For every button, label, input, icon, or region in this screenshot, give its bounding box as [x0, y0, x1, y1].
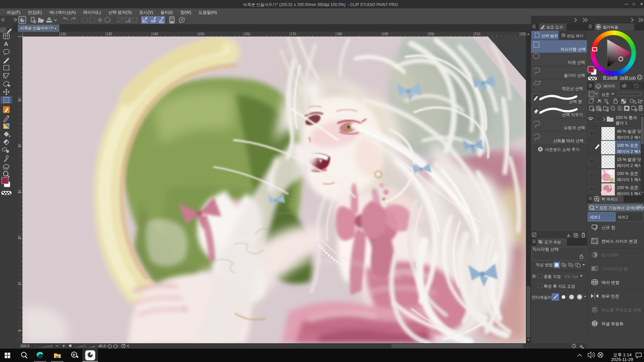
- svg-text:20: 20: [18, 236, 21, 240]
- svg-text:130.: 130.: [106, 32, 113, 36]
- svg-text:직사각형 선택: 직사각형 선택: [532, 247, 558, 252]
- svg-text:오후 1:14: 오후 1:14: [613, 352, 632, 357]
- svg-text:100 % 표준: 100 % 표준: [617, 171, 638, 176]
- svg-text:170.: 170.: [290, 32, 297, 36]
- svg-text:0: 0: [18, 329, 21, 331]
- svg-text:모든 기능에서 검색(예: 변형: 모든 기능에서 검색(예: 변형: [599, 205, 644, 210]
- svg-text:50: 50: [18, 98, 21, 102]
- svg-text:선택 범위: 선택 범위: [541, 34, 558, 38]
- svg-text:픽셀 유동화: 픽셀 유동화: [601, 321, 624, 326]
- svg-text:10: 10: [18, 282, 21, 286]
- svg-text:100.0: 100.0: [20, 344, 30, 348]
- svg-text:밝기/대비: 밝기/대비: [601, 253, 619, 257]
- svg-text:작성 방법: 작성 방법: [536, 262, 553, 267]
- svg-text:표준: 표준: [601, 92, 609, 97]
- svg-text:H: H: [604, 76, 606, 80]
- svg-text:100 % 표준: 100 % 표준: [617, 185, 638, 190]
- svg-text:150.: 150.: [199, 32, 205, 36]
- svg-text:선택 펜: 선택 펜: [569, 99, 582, 104]
- svg-text:레이어 1 복사 2: 레이어 1 복사 2: [617, 191, 644, 195]
- svg-text:세트1: 세트1: [590, 215, 600, 220]
- svg-text:폴더 1: 폴더 1: [615, 121, 627, 125]
- svg-text:?: ?: [181, 18, 183, 22]
- svg-text:28: 28: [620, 76, 624, 81]
- svg-text:레이어 2 복사 3: 레이어 2 복사 3: [617, 163, 644, 168]
- svg-text:세트2: 세트2: [618, 215, 628, 220]
- svg-text:선택 지우기: 선택 지우기: [562, 112, 583, 117]
- svg-text:타원 선택: 타원 선택: [568, 60, 585, 65]
- svg-text:140.: 140.: [152, 32, 159, 36]
- svg-text:190.: 190.: [382, 32, 389, 36]
- svg-text:40: 40: [18, 144, 21, 148]
- svg-text:캔버스 사이즈 변경: 캔버스 사이즈 변경: [601, 239, 637, 244]
- svg-text:200.: 200.: [429, 32, 435, 36]
- svg-text:L: L: [615, 76, 617, 80]
- svg-text:보조 도구: 보조 도구: [546, 25, 563, 29]
- svg-text:180.: 180.: [336, 32, 343, 36]
- svg-text:안티에일리: 안티에일리: [532, 295, 552, 300]
- svg-text:확정 후 각도 조정: 확정 후 각도 조정: [544, 284, 575, 289]
- svg-text:30: 30: [18, 190, 21, 194]
- svg-text:S: S: [626, 76, 628, 80]
- svg-text:올가미 선택: 올가미 선택: [564, 73, 585, 78]
- svg-text:신규 창: 신규 창: [601, 225, 615, 230]
- svg-text:P: P: [73, 353, 75, 357]
- svg-text:레이어: 레이어: [603, 84, 615, 88]
- svg-text:레이어 2 복사: 레이어 2 복사: [617, 149, 643, 154]
- svg-text:A: A: [4, 41, 8, 47]
- svg-text:레이어 1 복사: 레이어 1 복사: [617, 177, 643, 182]
- svg-text:다운로드 소재 추가: 다운로드 소재 추가: [545, 147, 580, 152]
- svg-text:160.: 160.: [245, 32, 251, 36]
- svg-text:↻%: ↻%: [565, 275, 570, 279]
- svg-text:슈링크 선택: 슈링크 선택: [564, 125, 585, 130]
- svg-text:339: 339: [607, 76, 614, 81]
- svg-text:퀵 액세스: 퀵 액세스: [601, 197, 618, 201]
- svg-text:210.: 210.: [475, 32, 481, 36]
- svg-text:-40.0: -40.0: [97, 344, 106, 348]
- svg-text:레이어 2 복사 2: 레이어 2 복사 2: [617, 135, 644, 140]
- svg-text:46 % 발광 닷: 46 % 발광 닷: [617, 129, 641, 134]
- svg-text:선화를 따라 선택: 선화를 따라 선택: [553, 138, 584, 143]
- svg-text:휘도를 투명도로 변환: 휘도를 투명도로 변환: [601, 308, 641, 312]
- svg-text:↻px: ↻px: [572, 275, 578, 279]
- svg-text:편집 레이: 편집 레이: [567, 34, 583, 38]
- svg-text:좌우 반전: 좌우 반전: [601, 294, 619, 299]
- svg-text:메쉬 변형: 메쉬 변형: [601, 280, 619, 285]
- svg-text:종횡 지정: 종횡 지정: [544, 274, 561, 279]
- svg-text:15 % 발광 닷: 15 % 발광 닷: [617, 157, 641, 162]
- svg-text:도구 속성: 도구 속성: [544, 240, 561, 244]
- svg-text:220.: 220.: [521, 32, 526, 36]
- svg-text:100: 100: [629, 76, 636, 81]
- svg-text:직사각형 선택: 직사각형 선택: [560, 47, 586, 52]
- svg-text:꺾은선 선택: 꺾은선 선택: [562, 86, 583, 91]
- svg-text:컬러써클: 컬러써클: [603, 25, 618, 29]
- svg-text:120.: 120.: [60, 32, 67, 36]
- svg-text:100 % 표준: 100 % 표준: [617, 143, 638, 148]
- svg-text:그라데이션 맵: 그라데이션 맵: [601, 266, 628, 271]
- svg-text:100 % 통과: 100 % 통과: [615, 115, 637, 120]
- svg-text:2025-11-29: 2025-11-29: [611, 357, 633, 362]
